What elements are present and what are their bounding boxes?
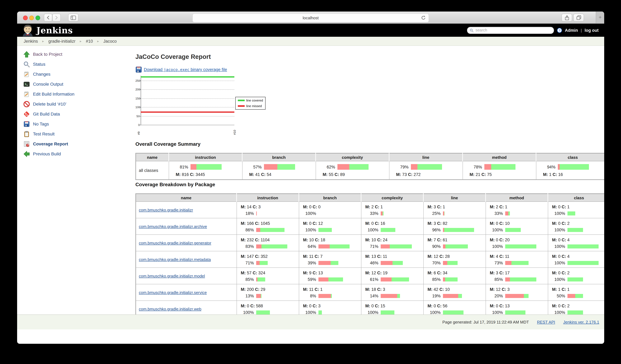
sidebar-item-back-to-project[interactable]: Back to Project xyxy=(23,50,62,58)
coverage-bar xyxy=(256,211,257,215)
metric-cell-method: M: 12 C: 320% xyxy=(486,284,548,301)
metric-cell-content: M: 0 C: 12100% xyxy=(299,219,361,234)
missed-bar-segment xyxy=(380,294,397,298)
package-link-com-bmuschko-gradle-initializr-metadata[interactable]: com.bmuschko.gradle.initializr.metadata xyxy=(139,257,211,262)
browser-forward-button[interactable] xyxy=(52,14,61,21)
logout-link[interactable]: log out xyxy=(585,28,599,33)
sidebar-item-edit-build-information[interactable]: Edit Build Information xyxy=(23,90,74,98)
sidebar-item-status[interactable]: Status xyxy=(23,60,45,68)
metric-cell-content: M: 9 C: 1359% xyxy=(299,268,361,283)
floppy-icon xyxy=(135,66,142,73)
sidebar-item-test-result[interactable]: Test Result xyxy=(23,130,55,138)
package-link-com-bmuschko-gradle-initializr-web[interactable]: com.bmuschko.gradle.initializr.web xyxy=(139,307,201,311)
coverage-percent: 100% xyxy=(303,227,316,232)
package-link-com-bmuschko-gradle-initializr-generator[interactable]: com.bmuschko.gradle.initializr.generator xyxy=(139,241,211,245)
new-tab-button[interactable]: + xyxy=(596,12,604,23)
percent-bar-line: 70% xyxy=(428,260,485,265)
close-window-button[interactable] xyxy=(23,16,28,20)
covered-bar-segment xyxy=(256,310,270,314)
metric-cell-content: M: 10 C: 2471% xyxy=(361,235,423,250)
reload-icon[interactable] xyxy=(421,15,426,21)
missed-covered-counts: M: 200 C: 29 xyxy=(241,287,299,292)
sidebar-item-console-output[interactable]: Console Output xyxy=(23,80,63,88)
percent-bar-line: 100% xyxy=(365,227,423,232)
metric-cell-content: M: 10 C: 1864% xyxy=(299,235,361,250)
summary-cell-branch: 57%M: 41 C: 54 xyxy=(242,161,316,180)
package-link-com-bmuschko-gradle-initializr-model[interactable]: com.bmuschko.gradle.initializr.model xyxy=(139,274,205,278)
coverage-trend-chart: 050100150200250#9#10line coveredline mis… xyxy=(135,74,269,136)
package-link-com-bmuschko-gradle-initializr-archive[interactable]: com.bmuschko.gradle.initializr.archive xyxy=(139,224,207,229)
coverage-bar xyxy=(380,294,400,298)
metric-cell-content: M: 0 C: 13100% xyxy=(486,301,548,316)
missed-covered-counts: M: 0 C: 1 xyxy=(552,204,604,209)
coverage-bar xyxy=(443,294,462,298)
sidebar-item-delete-build-10[interactable]: Delete build ‘#10’ xyxy=(23,100,67,108)
rest-api-link[interactable]: REST API xyxy=(537,320,555,325)
download-jacoco-link[interactable]: Download jacoco.exec binary coverage fil… xyxy=(144,67,227,72)
sidebar-item-previous-build[interactable]: Previous Build xyxy=(23,150,61,158)
jenkins-version-link[interactable]: Jenkins ver. 2.176.1 xyxy=(563,320,599,325)
jenkins-butler-logo[interactable] xyxy=(21,24,34,36)
arrow-left-icon xyxy=(23,151,30,157)
metric-cell-instruction: M: 232 C: 110483% xyxy=(237,235,299,251)
package-link-com-bmuschko-gradle-initializr-service[interactable]: com.bmuschko.gradle.initializr.service xyxy=(139,290,207,295)
jenkins-wordmark[interactable]: Jenkins xyxy=(36,25,73,35)
user-link[interactable]: Admin xyxy=(565,28,578,33)
browser-titlebar: localhost + xyxy=(17,12,604,24)
sidebar-item-label: Test Result xyxy=(33,131,55,136)
column-header-instruction: instruction xyxy=(169,153,242,161)
coverage-bar xyxy=(318,261,338,265)
sidebar-item-no-tags[interactable]: No Tags xyxy=(23,120,49,128)
percent-bar-line: 39% xyxy=(303,260,361,265)
metric-cell-content: M: 0 C: 56100% xyxy=(424,301,485,316)
sidebar-item-changes[interactable]: Changes xyxy=(23,70,51,78)
share-button[interactable] xyxy=(562,14,572,21)
percent-bar-line: 19% xyxy=(428,294,485,298)
y-axis xyxy=(141,76,141,125)
header-divider: | xyxy=(581,28,582,33)
search-input[interactable] xyxy=(475,28,551,33)
sidebar-item-git-build-data[interactable]: Git Build Data xyxy=(23,110,60,118)
metric-cell-instruction: M: 14 C: 318% xyxy=(237,202,299,218)
metric-cell-method: M: 0 C: 20100% xyxy=(486,235,548,251)
coverage-percent: 100% xyxy=(428,310,441,315)
package-link-com-bmuschko-gradle-initializr[interactable]: com.bmuschko.gradle.initializr xyxy=(139,208,193,212)
minimize-window-button[interactable] xyxy=(29,16,34,20)
y-tick-label: 150 xyxy=(135,97,140,100)
coverage-bar xyxy=(443,261,457,265)
breadcrumb-item-jacoco[interactable]: Jacoco xyxy=(103,39,117,43)
coverage-bar xyxy=(337,164,368,170)
covered-bar-segment xyxy=(567,261,598,265)
search-icon xyxy=(469,28,473,32)
missed-bar-segment xyxy=(505,261,511,265)
package-name-cell: com.bmuschko.gradle.initializr.archive xyxy=(136,218,237,235)
browser-back-button[interactable] xyxy=(44,14,52,21)
metric-cell-content: M: 11 C: 739% xyxy=(299,252,361,267)
coverage-bar xyxy=(318,244,349,248)
missed-covered-counts: M: 0 C: 2 xyxy=(552,221,604,225)
breadcrumb-item-gradle-initializr[interactable]: gradle-initializr xyxy=(48,39,75,43)
help-icon[interactable]: ? xyxy=(557,28,562,33)
metric-cell-content: M: 1 C: 150% xyxy=(548,285,604,300)
sidebar-toggle-button[interactable] xyxy=(68,14,78,21)
missed-bar-segment xyxy=(380,244,390,248)
missed-covered-counts: M: 12 C: 3 xyxy=(490,287,548,292)
coverage-percent: 13% xyxy=(241,294,254,298)
breadcrumb-item-jenkins[interactable]: Jenkins xyxy=(24,39,38,43)
metric-cell-instruction: M: 200 C: 2913% xyxy=(237,284,299,301)
missed-bar-segment xyxy=(505,294,524,298)
breadcrumb-item-10[interactable]: #10 xyxy=(86,39,93,43)
zoom-window-button[interactable] xyxy=(35,16,40,20)
coverage-percent: 39% xyxy=(303,260,316,265)
coverage-percent: 61% xyxy=(365,277,378,282)
legend-swatch xyxy=(238,100,245,101)
package-name-cell: com.bmuschko.gradle.initializr.service xyxy=(136,284,237,301)
coverage-bar xyxy=(264,164,295,170)
coverage-percent: 64% xyxy=(303,244,316,249)
metric-cell-content: M: 0 C: 1100% xyxy=(548,202,604,218)
table-row: com.bmuschko.gradle.initializrM: 14 C: 3… xyxy=(136,202,604,218)
tab-overview-button[interactable] xyxy=(573,14,584,21)
sidebar-item-coverage-report[interactable]: Coverage Report xyxy=(23,140,68,148)
sidebar-item-label: Edit Build Information xyxy=(33,91,74,97)
address-bar[interactable]: localhost xyxy=(192,13,429,22)
